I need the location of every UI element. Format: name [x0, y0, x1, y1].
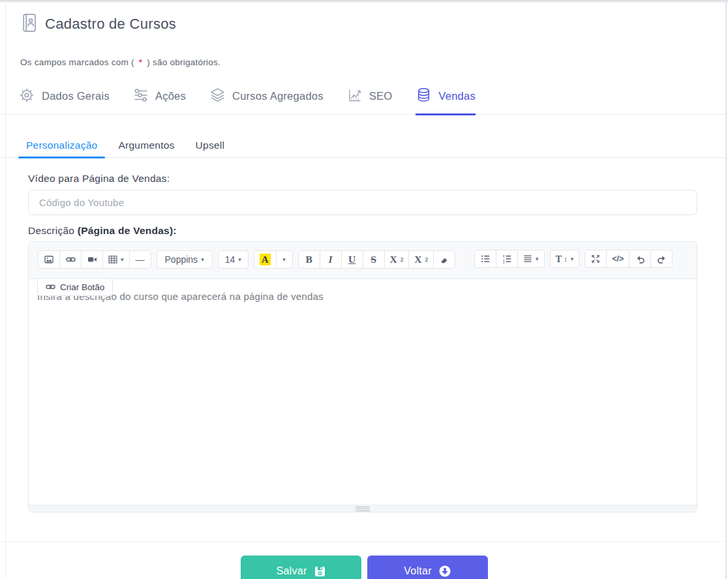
- rich-text-editor: ▾ — Poppins ▾ 14 ▾ A: [28, 241, 697, 512]
- redo-icon: [657, 254, 667, 263]
- link-icon: [46, 282, 55, 291]
- tab-label: Dados Gerais: [42, 90, 110, 102]
- subtab-label: Personalização: [26, 140, 97, 151]
- font-color-dropdown[interactable]: ▾: [276, 250, 293, 269]
- footer-actions: Salvar Voltar: [0, 556, 728, 579]
- bold-button[interactable]: B: [298, 250, 320, 269]
- align-justify-icon: [523, 254, 532, 263]
- tab-acoes[interactable]: Ações: [133, 78, 186, 114]
- list-group: ▾: [474, 250, 545, 268]
- chevron-down-icon: ▾: [571, 256, 574, 262]
- font-color-icon: A: [260, 254, 271, 265]
- criar-botao-button[interactable]: Criar Botão: [37, 278, 113, 296]
- video-label: Vídeo para Página de Vendas:: [28, 173, 170, 185]
- sliders-icon: [133, 87, 149, 106]
- image-icon: [44, 255, 53, 264]
- lineheight-group: T↕ ▾: [550, 250, 580, 268]
- subtab-label: Argumentos: [118, 140, 174, 151]
- tab-label: Vendas: [438, 90, 476, 102]
- page-header: Cadastro de Cursos: [22, 13, 176, 35]
- undo-button[interactable]: [629, 250, 651, 268]
- tab-label: SEO: [369, 90, 393, 102]
- subscript-button[interactable]: X2: [408, 250, 434, 269]
- code-view-button[interactable]: </>: [606, 250, 629, 268]
- font-family-dropdown[interactable]: Poppins ▾: [157, 250, 213, 269]
- tab-label: Cursos Agregados: [232, 90, 324, 102]
- paragraph-align-dropdown[interactable]: ▾: [517, 250, 545, 268]
- bullet-list-icon: [481, 254, 490, 263]
- required-fields-note: Os campos marcados com ( * ) são obrigat…: [20, 57, 220, 67]
- unordered-list-button[interactable]: [474, 250, 496, 268]
- arrow-circle-down-icon: [439, 565, 451, 577]
- font-color-button[interactable]: A: [254, 250, 277, 269]
- table-icon: [108, 255, 117, 264]
- underline-button[interactable]: U: [341, 250, 363, 269]
- style-group: B I U S X2 X2: [298, 250, 455, 269]
- tab-cursos-agregados[interactable]: Cursos Agregados: [209, 78, 324, 114]
- superscript-button[interactable]: X2: [384, 250, 410, 269]
- insert-table-button[interactable]: ▾: [102, 250, 130, 269]
- editor-resize-handle[interactable]: [29, 505, 697, 512]
- tab-seo[interactable]: SEO: [347, 78, 393, 114]
- misc-group: </>: [584, 250, 673, 268]
- back-button[interactable]: Voltar: [367, 556, 488, 579]
- fullscreen-button[interactable]: [584, 250, 607, 268]
- undo-icon: [635, 254, 645, 263]
- subtab-personalizacao[interactable]: Personalização: [18, 134, 105, 157]
- insert-image-button[interactable]: [38, 250, 60, 269]
- color-group: A ▾: [254, 250, 293, 269]
- font-size-dropdown[interactable]: 14 ▾: [218, 250, 249, 269]
- eraser-icon: [440, 255, 449, 264]
- address-book-icon: [22, 13, 37, 35]
- minus-icon: —: [136, 254, 145, 265]
- fullscreen-icon: [591, 254, 600, 263]
- save-floppy-icon: [314, 566, 326, 577]
- video-camera-icon: [87, 255, 97, 264]
- italic-button[interactable]: I: [320, 250, 342, 269]
- chevron-down-icon: ▾: [536, 256, 539, 262]
- strikethrough-button[interactable]: S: [363, 250, 385, 269]
- main-tabs: Dados Gerais Ações Cursos Agregados: [0, 78, 726, 115]
- ordered-list-button[interactable]: [496, 250, 518, 268]
- tab-vendas[interactable]: Vendas: [416, 78, 476, 114]
- required-asterisk: *: [139, 57, 143, 67]
- horizontal-rule-button[interactable]: —: [129, 250, 151, 269]
- link-icon: [66, 255, 76, 264]
- tab-label: Ações: [155, 90, 186, 102]
- clear-formatting-button[interactable]: [433, 250, 455, 269]
- numbered-list-icon: [502, 254, 511, 263]
- up-down-arrow-icon: ↕: [564, 255, 568, 263]
- chevron-down-icon: ▾: [238, 257, 241, 263]
- chevron-down-icon: ▾: [282, 257, 286, 263]
- custom-button-group: Criar Botão: [37, 278, 113, 296]
- tab-dados-gerais[interactable]: Dados Gerais: [18, 78, 110, 114]
- insert-link-button[interactable]: [59, 250, 82, 269]
- redo-button[interactable]: [650, 250, 673, 268]
- line-height-dropdown[interactable]: T↕ ▾: [550, 250, 580, 268]
- gear-icon: [18, 87, 35, 106]
- insert-video-button[interactable]: [81, 250, 103, 269]
- footer-separator: [0, 541, 728, 542]
- page-title: Cadastro de Cursos: [45, 16, 176, 33]
- chart-icon: [347, 87, 363, 106]
- insert-group: ▾ —: [38, 250, 151, 269]
- fontsize-group: 14 ▾: [218, 250, 249, 269]
- coins-icon: [416, 87, 432, 106]
- layers-icon: [209, 87, 226, 106]
- toolbar-row-1-right: ▾ T↕ ▾ </>: [474, 250, 673, 268]
- editor-body[interactable]: Insira a descrição do curso que aparecer…: [29, 279, 697, 505]
- sub-tabs: Personalização Argumentos Upsell: [0, 134, 726, 158]
- save-button[interactable]: Salvar: [241, 556, 361, 579]
- description-label: Descrição (Página de Vendas):: [28, 225, 177, 237]
- chevron-down-icon: ▾: [121, 257, 124, 263]
- fontname-group: Poppins ▾: [157, 250, 213, 269]
- subtab-upsell[interactable]: Upsell: [188, 134, 233, 157]
- subtab-label: Upsell: [196, 140, 225, 151]
- top-shadow: [0, 0, 728, 3]
- chevron-down-icon: ▾: [201, 257, 204, 263]
- youtube-code-input[interactable]: [28, 190, 697, 215]
- toolbar-row-2: Criar Botão: [37, 278, 113, 296]
- subtab-argumentos[interactable]: Argumentos: [110, 134, 182, 157]
